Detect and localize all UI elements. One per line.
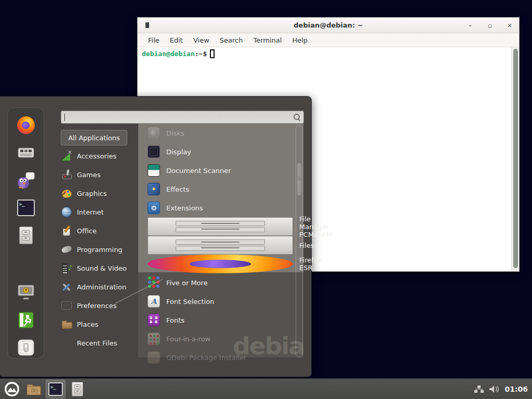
shut-down-button[interactable] [16, 337, 36, 358]
app-document-scanner[interactable]: Document Scanner [148, 161, 293, 180]
display-icon [148, 145, 160, 158]
category-recent-files[interactable]: Recent Files [61, 334, 139, 352]
category-internet[interactable]: Internet [61, 203, 139, 221]
category-label: Sound & Video [77, 264, 127, 272]
text-caret [64, 114, 65, 121]
favorite-terminal[interactable]: >_ [16, 197, 36, 218]
close-icon[interactable]: ✕ [506, 21, 514, 30]
taskbar: [D] >_ 01:06 [0, 378, 532, 399]
category-label: Places [77, 321, 98, 328]
application-label: Five or More [166, 279, 208, 287]
minimize-icon[interactable]: – [466, 21, 474, 30]
application-label: Four-in-a-row [166, 335, 210, 343]
network-icon[interactable] [474, 385, 484, 393]
favorite-firefox[interactable] [16, 115, 36, 136]
terminal-scrollbar-thumb[interactable] [513, 49, 518, 268]
menu-edit[interactable]: Edit [165, 35, 188, 46]
menu-terminal[interactable]: Terminal [248, 35, 287, 46]
games-icon [61, 169, 72, 180]
search-icon [294, 114, 300, 121]
menu-view[interactable]: View [188, 35, 215, 46]
lock-screen-button[interactable] [16, 282, 36, 303]
accessories-icon [61, 150, 72, 162]
package-manager-icon [17, 145, 35, 161]
desktop: debian@debian: ~ – ▫ ✕ File Edit View Se… [0, 0, 532, 399]
app-fonts[interactable]: Fonts [148, 311, 293, 329]
log-out-button[interactable] [16, 310, 36, 330]
favorite-file-manager[interactable] [16, 225, 36, 246]
search-input[interactable] [61, 111, 304, 124]
terminal-menubar: File Edit View Search Terminal Help [138, 33, 519, 47]
clock[interactable]: 01:06 [504, 385, 528, 393]
app-display[interactable]: Display [148, 142, 293, 161]
category-graphics[interactable]: Graphics [61, 184, 139, 203]
effects-icon [148, 183, 160, 195]
terminal-prompt: debian@debian:~$ [142, 49, 215, 58]
application-label: Effects [166, 185, 189, 193]
volume-icon[interactable] [489, 385, 499, 393]
application-list-scrollbar[interactable] [296, 125, 303, 357]
app-gdebi-package-installer[interactable]: GDebi Package Installer [148, 348, 293, 367]
application-label: File Manager PCManFM [299, 215, 332, 238]
app-file-manager-pcmanfm[interactable]: File Manager PCManFM [148, 217, 293, 236]
all-applications-label: All Applications [68, 134, 120, 142]
prompt-user-host: debian@debian [142, 50, 195, 58]
maximize-icon[interactable]: ▫ [486, 21, 494, 30]
app-extensions[interactable]: Extensions [148, 198, 293, 217]
category-programming[interactable]: Programming [61, 240, 139, 259]
menu-help[interactable]: Help [287, 35, 313, 46]
app-font-selection[interactable]: Font Selection [148, 292, 293, 311]
app-files[interactable]: Files [148, 236, 293, 255]
file-manager-launcher[interactable]: [D] [24, 380, 44, 398]
office-icon [61, 225, 72, 236]
category-sound-video[interactable]: Sound & Video [61, 259, 139, 277]
application-list-scrollbar-thumb[interactable] [297, 163, 301, 195]
admin-icon [61, 281, 72, 292]
category-label: Preferences [77, 302, 116, 310]
applications-menu-button[interactable] [2, 380, 22, 398]
category-list: AccessoriesGamesGraphicsInternetOfficePr… [61, 147, 139, 352]
fonts-icon [148, 314, 160, 326]
category-preferences[interactable]: Preferences [61, 296, 139, 315]
favorite-package-manager[interactable] [16, 142, 36, 163]
terminal-titlebar[interactable]: debian@debian: ~ – ▫ ✕ [138, 18, 519, 33]
folder-icon: [D] [26, 382, 42, 396]
terminal-scrollbar[interactable] [511, 47, 519, 271]
terminal-title: debian@debian: ~ [138, 21, 519, 29]
file-cabinet-icon [72, 382, 83, 396]
preferences-icon [61, 300, 72, 311]
fontsel-icon [148, 295, 160, 308]
category-label: Internet [77, 208, 104, 216]
cabinet-icon [148, 217, 293, 236]
category-office[interactable]: Office [61, 221, 139, 240]
terminal-task-button[interactable]: >_ [46, 380, 65, 398]
pidgin-icon [17, 171, 35, 189]
menu-search[interactable]: Search [215, 35, 248, 46]
category-label: Games [77, 171, 100, 179]
app-four-in-a-row[interactable]: Four-in-a-row [148, 329, 293, 348]
category-administration[interactable]: Administration [61, 277, 139, 296]
category-games[interactable]: Games [61, 165, 139, 184]
favorite-pidgin[interactable] [16, 170, 36, 191]
prompt-path: :~$ [195, 50, 207, 58]
favorites-panel: >_ [7, 108, 44, 358]
all-applications-button[interactable]: All Applications [61, 130, 127, 145]
category-label: Office [77, 227, 97, 235]
app-disks[interactable]: Disks [148, 124, 293, 142]
docscanner-icon [148, 164, 160, 177]
application-list: DisksDisplayDocument ScannerEffectsExten… [148, 124, 293, 367]
app-five-or-more[interactable]: Five or More [148, 273, 293, 292]
menu-file[interactable]: File [143, 35, 165, 46]
category-accessories[interactable]: Accessories [61, 147, 139, 165]
application-label: Extensions [166, 204, 203, 212]
disks-icon [148, 127, 160, 139]
app-effects[interactable]: Effects [148, 180, 293, 198]
gdebi-icon [148, 351, 160, 364]
application-label: GDebi Package Installer [166, 354, 247, 362]
category-places[interactable]: Places [61, 315, 139, 334]
app-firefox-esr[interactable]: Firefox ESR [148, 255, 293, 273]
applications-menu-panel: debian [0, 96, 312, 377]
file-cabinet-launcher[interactable] [68, 380, 87, 398]
soundvideo-icon [61, 262, 72, 274]
shut-down-icon [17, 339, 35, 356]
